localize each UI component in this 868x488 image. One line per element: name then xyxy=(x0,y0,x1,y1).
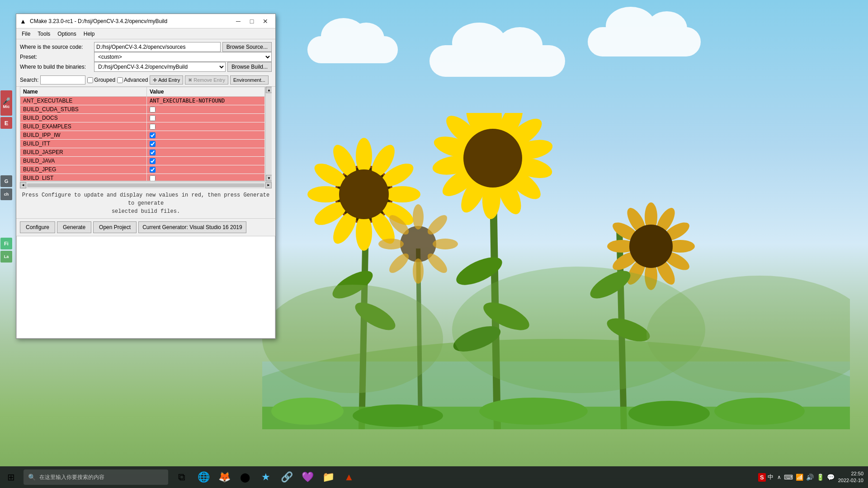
preset-select[interactable]: <custom> xyxy=(94,52,272,62)
taskbar-right: S 中 ∧ ⌨ 📶 🔊 🔋 💬 22:50 2022-02-10 xyxy=(758,470,868,484)
scroll-left-button[interactable]: ◄ xyxy=(20,182,26,188)
menu-options[interactable]: Options xyxy=(54,30,80,38)
battery-icon[interactable]: 🔋 xyxy=(816,474,824,481)
svg-point-14 xyxy=(307,186,344,202)
scroll-up-button[interactable]: ▲ xyxy=(266,87,272,93)
task-view-icon: ⧉ xyxy=(178,471,185,483)
minimize-button[interactable]: ─ xyxy=(232,16,245,26)
table-row-2[interactable]: BUILD_DOCS xyxy=(20,114,265,122)
scroll-bar-thumb xyxy=(27,183,264,187)
remove-entry-button[interactable]: ✖ Remove Entry xyxy=(185,75,228,84)
generate-button[interactable]: Generate xyxy=(57,221,91,233)
wifi-icon[interactable]: 📶 xyxy=(796,474,803,481)
configure-button[interactable]: Configure xyxy=(20,221,55,233)
table-row-7[interactable]: BUILD_JAVA xyxy=(20,157,265,165)
form-area: Where is the source code: Browse Source.… xyxy=(16,39,275,74)
volume-icon[interactable]: 🔊 xyxy=(806,474,814,481)
close-button[interactable]: ✕ xyxy=(259,16,272,26)
scroll-down-button[interactable]: ▼ xyxy=(266,175,272,181)
table-rows-container: ANT_EXECUTABLEANT_EXECUTABLE-NOTFOUNDBUI… xyxy=(20,97,265,181)
table-container[interactable]: Name Value ANT_EXECUTABLEANT_EXECUTABLE-… xyxy=(20,87,265,181)
checkbox-5[interactable] xyxy=(150,141,156,147)
menu-file[interactable]: File xyxy=(18,30,34,38)
checkbox-6[interactable] xyxy=(150,150,156,155)
svg-point-70 xyxy=(628,401,710,426)
table-cell-name-3: BUILD_EXAMPLES xyxy=(20,122,147,131)
left-icon-fi[interactable]: Fi xyxy=(0,238,12,249)
checkbox-4[interactable] xyxy=(150,132,156,138)
checkbox-8[interactable] xyxy=(150,167,156,173)
taskbar-edge-button[interactable]: 🌐 xyxy=(193,467,213,487)
build-select[interactable]: D:/hsj/OpenCV-3.4.2/opencv/myBuild xyxy=(94,62,226,72)
table-cell-name-1: BUILD_CUDA_STUBS xyxy=(20,105,147,113)
left-icon-ch[interactable]: ch xyxy=(0,188,12,200)
explorer-icon: 📁 xyxy=(322,471,335,483)
taskbar-firefox-button[interactable]: 🦊 xyxy=(214,467,234,487)
scroll-controls: ▲ ▼ xyxy=(265,87,272,181)
checkbox-3[interactable] xyxy=(150,124,156,130)
table-cell-value-9 xyxy=(147,174,265,181)
browse-source-button[interactable]: Browse Source... xyxy=(222,42,272,52)
taskbar-vs-button[interactable]: 💜 xyxy=(297,467,317,487)
taskbar-chrome-button[interactable]: ⬤ xyxy=(235,467,255,487)
left-icon-e[interactable]: E xyxy=(0,117,12,129)
table-row-6[interactable]: BUILD_JASPER xyxy=(20,148,265,157)
window-title: CMake 3.23.0-rc1 - D:/hsj/OpenCV-3.4.2/o… xyxy=(30,18,232,24)
svg-point-72 xyxy=(262,285,443,393)
add-entry-button[interactable]: ✛ Add Entry xyxy=(150,75,183,84)
table-cell-name-6: BUILD_JASPER xyxy=(20,148,147,156)
checkbox-9[interactable] xyxy=(150,175,156,181)
search-input[interactable] xyxy=(40,75,85,84)
advanced-checkbox[interactable] xyxy=(117,77,123,83)
taskbar-search-input[interactable] xyxy=(39,474,164,480)
table-cell-value-4 xyxy=(147,131,265,139)
current-generator-label: Current Generator: Visual Studio 16 2019 xyxy=(138,221,246,233)
table-row-5[interactable]: BUILD_ITT xyxy=(20,140,265,148)
checkbox-7[interactable] xyxy=(150,158,156,164)
grouped-label: Grouped xyxy=(94,77,115,83)
taskbar-search-bar[interactable]: 🔍 xyxy=(24,469,168,485)
svg-point-17 xyxy=(339,169,389,219)
clock-time: 22:50 xyxy=(838,470,863,477)
cloud-1 xyxy=(307,36,398,63)
menu-help[interactable]: Help xyxy=(80,30,99,38)
table-row-9[interactable]: BUILD_LIST xyxy=(20,174,265,181)
taskbar-cmake-button[interactable]: ▲ xyxy=(339,467,359,487)
clock-date: 2022-02-10 xyxy=(838,477,863,484)
task-view-button[interactable]: ⧉ xyxy=(172,467,192,487)
open-project-button[interactable]: Open Project xyxy=(93,221,137,233)
checkbox-1[interactable] xyxy=(150,107,156,113)
taskbar-explorer-button[interactable]: 📁 xyxy=(318,467,338,487)
scroll-right-button[interactable]: ► xyxy=(265,182,272,188)
table-row-1[interactable]: BUILD_CUDA_STUBS xyxy=(20,105,265,114)
source-input[interactable] xyxy=(94,42,221,52)
left-icon-g[interactable]: G xyxy=(0,175,12,187)
maximize-button[interactable]: □ xyxy=(245,16,258,26)
table-row-8[interactable]: BUILD_JPEG xyxy=(20,165,265,174)
taskbar-clock[interactable]: 22:50 2022-02-10 xyxy=(838,470,863,484)
table-row-0[interactable]: ANT_EXECUTABLEANT_EXECUTABLE-NOTFOUND xyxy=(20,97,265,105)
sougou-ime-button[interactable]: S xyxy=(758,473,766,482)
taskbar-star-button[interactable]: ★ xyxy=(256,467,276,487)
menu-tools[interactable]: Tools xyxy=(34,30,54,38)
checkbox-2[interactable] xyxy=(150,115,156,121)
message-icon[interactable]: 💬 xyxy=(827,474,835,481)
table-row-4[interactable]: BUILD_IPP_IW xyxy=(20,131,265,140)
left-icon-mic[interactable]: 🎤 Mic xyxy=(0,90,12,116)
left-icon-la[interactable]: La xyxy=(0,251,12,263)
lang-indicator[interactable]: 中 xyxy=(768,473,774,481)
table-cell-name-8: BUILD_JPEG xyxy=(20,165,147,174)
table-row-3[interactable]: BUILD_EXAMPLES xyxy=(20,122,265,131)
mic-label: Mic xyxy=(3,104,9,109)
browse-build-button[interactable]: Browse Build... xyxy=(227,62,272,72)
environment-button[interactable]: Environment... xyxy=(230,75,269,84)
desktop: 📁 baidu 📂 快 🎤 Mic E G ch Fi La ▲ CMake 3… xyxy=(0,0,868,488)
start-button[interactable]: ⊞ xyxy=(0,466,22,488)
table-cell-value-8 xyxy=(147,165,265,174)
output-area[interactable] xyxy=(16,236,275,338)
advanced-label: Advanced xyxy=(124,77,148,83)
taskbar-link-button[interactable]: 🔗 xyxy=(277,467,297,487)
chevron-up-icon[interactable]: ∧ xyxy=(777,474,781,480)
grouped-checkbox[interactable] xyxy=(87,77,93,83)
keyboard-icon[interactable]: ⌨ xyxy=(784,474,793,481)
